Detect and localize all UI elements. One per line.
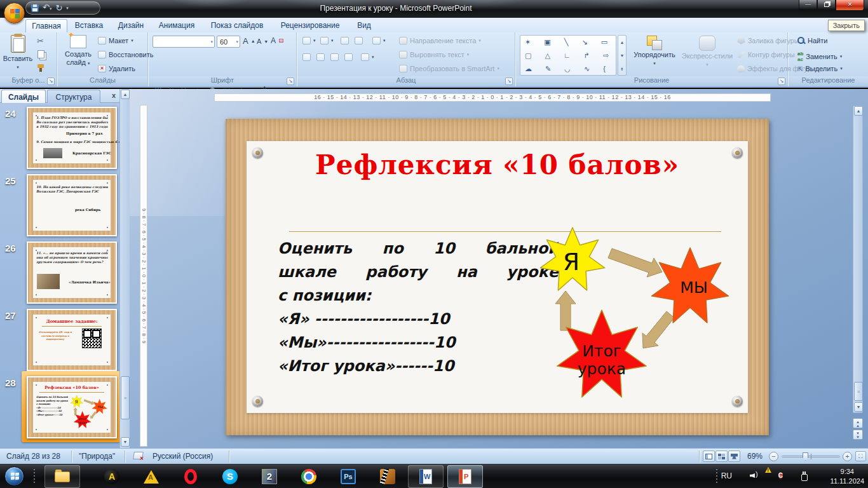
editor-scrollbar-thumb[interactable]: ≡ <box>854 382 863 401</box>
panel-tab-outline[interactable]: Структура <box>47 90 100 103</box>
tab-pokaz-slaydov[interactable]: Показ слайдов <box>203 19 271 32</box>
columns-button[interactable]: ▾ <box>361 53 374 61</box>
slide-thumbnail-28[interactable]: Рефлексия «10 балов» Оценить по 10 бальн… <box>27 376 117 438</box>
increase-indent-button[interactable] <box>355 37 363 44</box>
slide-sorter-button[interactable] <box>715 451 728 462</box>
text-direction-button[interactable]: Направление текста▾ <box>399 37 481 44</box>
decrease-indent-button[interactable] <box>341 37 349 44</box>
zoom-out-button[interactable]: − <box>769 452 778 461</box>
bullets-button[interactable]: ▾ <box>302 37 316 44</box>
paste-icon <box>11 35 25 53</box>
opera-icon <box>184 469 197 484</box>
tab-vstavka[interactable]: Вставка <box>69 19 109 32</box>
quick-styles-button[interactable]: Экспресс-стили ▾ <box>680 36 735 69</box>
font-dialog-launcher[interactable]: ↘ <box>287 78 294 85</box>
ccleaner-tray-icon[interactable]: C <box>778 471 783 481</box>
slide-canvas[interactable]: Рефлексия «10 балов» Оценить по 10 бальн… <box>226 119 769 435</box>
panel-scrollbar-thumb[interactable]: ≡ <box>121 376 130 419</box>
justify-button[interactable] <box>344 53 353 61</box>
normal-view-button[interactable] <box>703 451 715 462</box>
word-taskbar-icon[interactable] <box>417 468 434 485</box>
language-indicator[interactable]: RU <box>721 471 732 480</box>
scroll-down-icon[interactable]: ▼ <box>854 402 863 412</box>
minimize-button[interactable]: — <box>799 0 817 11</box>
chrome-taskbar-icon[interactable] <box>301 468 317 485</box>
thumb-text: 1. План ГОЭЛРО о восстановлении был пере… <box>36 116 108 120</box>
slide-thumbnail-24[interactable]: 1. План ГОЭЛРО о восстановлении был пере… <box>27 107 117 169</box>
aimp-taskbar-icon[interactable]: A <box>104 468 120 485</box>
zoom-in-button[interactable]: + <box>843 452 852 461</box>
clear-formatting-button[interactable]: A <box>271 36 283 45</box>
font-size-combo[interactable]: 60▾ <box>217 36 240 48</box>
photo-app-taskbar-icon[interactable]: 2 <box>261 468 278 485</box>
fit-to-window-button[interactable]: ⛶ <box>855 451 866 461</box>
skype-taskbar-icon[interactable]: S <box>222 468 238 485</box>
close-button[interactable]: ✕ <box>836 0 864 11</box>
tab-glavnaya[interactable]: Главная <box>25 19 67 32</box>
align-center-button[interactable] <box>316 53 325 61</box>
convert-smartart-button[interactable]: Преобразовать в SmartArt▾ <box>399 65 499 72</box>
slide-thumbnail-26[interactable]: 11. «... не прошло время в памяти себя —… <box>27 241 117 304</box>
photoshop-taskbar-icon[interactable]: Ps <box>340 468 356 485</box>
line-spacing-button[interactable]: ▾ <box>372 37 386 44</box>
previous-slide-button[interactable]: ▲▲ <box>853 418 863 428</box>
abbyy-taskbar-icon[interactable] <box>143 468 159 485</box>
zoom-slider-thumb[interactable] <box>803 452 808 461</box>
language-status[interactable]: Русский (Россия) <box>153 452 213 461</box>
movie-maker-taskbar-icon[interactable] <box>379 468 396 485</box>
office-button[interactable] <box>4 3 25 24</box>
thumb-caption: Красноярская ГЭС <box>72 151 111 155</box>
powerpoint-taskbar-icon[interactable] <box>457 468 473 485</box>
align-text-button[interactable]: Выровнять текст▾ <box>399 51 469 58</box>
drawing-dialog-launcher[interactable]: ↘ <box>778 78 785 85</box>
font-name-combo[interactable]: ▾ <box>153 36 215 48</box>
reset-slide-button[interactable]: Восстановить <box>98 51 153 58</box>
explorer-taskbar-icon[interactable] <box>54 468 71 485</box>
restore-button[interactable] <box>817 0 836 11</box>
tab-dizayn[interactable]: Дизайн <box>112 19 150 32</box>
panel-close-button[interactable]: x <box>109 92 118 100</box>
star-diagram[interactable] <box>226 119 769 435</box>
new-slide-button[interactable]: Создать слайд ▾ <box>60 35 96 67</box>
select-button[interactable]: ⇱Выделить▾ <box>797 65 843 72</box>
qr-code <box>82 329 102 348</box>
panel-scroll-up-icon[interactable]: ▲ <box>121 90 130 99</box>
editor-scrollbar[interactable]: ▲ ≡ ▼ <box>853 105 863 413</box>
layout-button[interactable]: Макет▾ <box>98 37 133 44</box>
clipboard-dialog-launcher[interactable]: ↘ <box>47 78 55 85</box>
format-painter-button[interactable] <box>37 64 44 72</box>
scroll-up-icon[interactable]: ▲ <box>854 106 863 116</box>
align-left-button[interactable] <box>302 53 311 61</box>
tab-animatsiya[interactable]: Анимация <box>153 19 201 32</box>
start-button[interactable] <box>4 466 24 486</box>
shrink-font-button[interactable]: A▼ <box>257 37 268 45</box>
numbering-button[interactable]: ▾ <box>320 37 334 44</box>
slide-thumbnail-27[interactable]: Домашнее задание: Отсканируйте QR- код и… <box>27 309 117 371</box>
paragraph-dialog-launcher[interactable]: ↘ <box>505 78 513 85</box>
columns-icon <box>361 53 369 61</box>
panel-scrollbar[interactable]: ▲ ≡ ▼ <box>119 89 130 448</box>
next-slide-button[interactable]: ▼▼ <box>853 430 863 440</box>
opera-taskbar-icon[interactable] <box>182 468 199 485</box>
panel-tab-slides[interactable]: Слайды <box>1 90 46 103</box>
shapes-gallery[interactable]: ✶ ▣ ╲ ↘ ▭ ◯ ▢ △ ∟ ↱ ⇨ ⇩ ☁ ✎ ◡ ∿ { } <box>520 35 616 76</box>
delete-slide-button[interactable]: ✕Удалить <box>98 65 135 72</box>
taskbar-clock[interactable]: 9:34 11.11.2024 <box>831 467 864 486</box>
replace-button[interactable]: abacЗаменить▾ <box>797 51 842 62</box>
find-button[interactable]: Найти <box>797 37 827 44</box>
cut-button[interactable]: ✂ <box>37 36 44 46</box>
arrange-button[interactable]: Упорядочить ▾ <box>630 36 679 67</box>
group-drawing: ✶ ▣ ╲ ↘ ▭ ◯ ▢ △ ∟ ↱ ⇨ ⇩ ☁ ✎ ◡ ∿ { } ▲▼⇟ … <box>516 32 788 86</box>
dropdown-arrow-icon: ▾ <box>383 38 386 43</box>
slide-thumbnail-25[interactable]: 10. На какой реке возведены следующие со… <box>27 174 117 236</box>
grow-font-button[interactable]: A▲ <box>243 36 255 46</box>
shapes-gallery-scroll[interactable]: ▲▼⇟ <box>618 35 627 76</box>
align-right-button[interactable] <box>330 53 339 61</box>
paste-button[interactable]: Вставить ▾ <box>4 35 32 71</box>
panel-scroll-down-icon[interactable]: ▼ <box>121 437 130 447</box>
tab-retsenzirovanie[interactable]: Рецензирование <box>273 19 347 32</box>
tab-vid[interactable]: Вид <box>349 19 379 32</box>
spellcheck-icon[interactable] <box>133 452 144 459</box>
slideshow-button[interactable] <box>728 451 740 462</box>
copy-button[interactable] <box>37 50 44 58</box>
